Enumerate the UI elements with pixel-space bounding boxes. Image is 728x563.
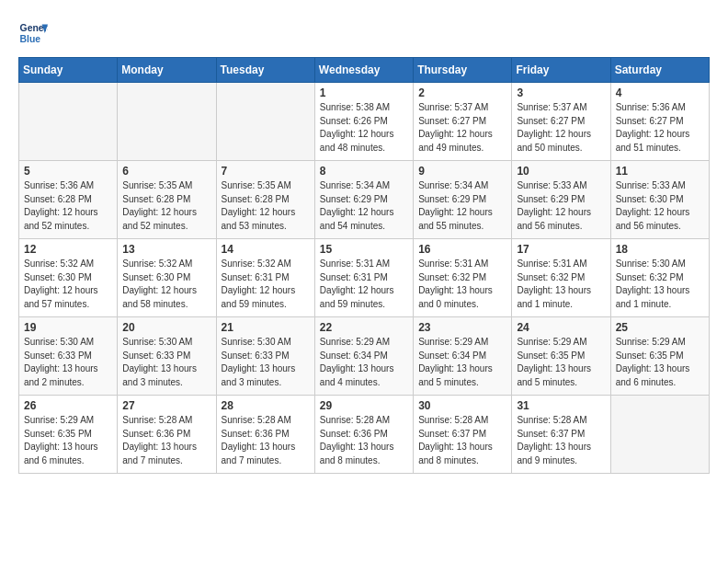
weekday-header-thursday: Thursday (414, 58, 512, 83)
logo-icon: General Blue (18, 18, 48, 48)
calendar-cell: 19 Sunrise: 5:30 AMSunset: 6:33 PMDaylig… (19, 317, 118, 396)
calendar-cell (610, 396, 709, 474)
calendar-cell: 25 Sunrise: 5:29 AMSunset: 6:35 PMDaylig… (610, 317, 709, 396)
day-number: 29 (320, 399, 408, 412)
day-number: 27 (122, 399, 210, 412)
calendar-week-4: 19 Sunrise: 5:30 AMSunset: 6:33 PMDaylig… (19, 317, 710, 396)
weekday-header-saturday: Saturday (610, 58, 709, 83)
day-number: 2 (418, 86, 506, 99)
calendar-cell: 24 Sunrise: 5:29 AMSunset: 6:35 PMDaylig… (512, 317, 610, 396)
calendar-cell: 15 Sunrise: 5:31 AMSunset: 6:31 PMDaylig… (314, 239, 413, 317)
day-info: Sunrise: 5:35 AMSunset: 6:28 PMDaylight:… (222, 179, 310, 233)
day-number: 6 (122, 165, 210, 178)
day-info: Sunrise: 5:28 AMSunset: 6:36 PMDaylight:… (222, 414, 310, 467)
calendar-cell: 3 Sunrise: 5:37 AMSunset: 6:27 PMDayligh… (512, 83, 610, 161)
weekday-header-wednesday: Wednesday (314, 58, 413, 83)
calendar-cell: 11 Sunrise: 5:33 AMSunset: 6:30 PMDaylig… (610, 161, 709, 239)
day-number: 16 (418, 243, 506, 256)
day-info: Sunrise: 5:37 AMSunset: 6:27 PMDaylight:… (517, 101, 605, 155)
day-info: Sunrise: 5:35 AMSunset: 6:28 PMDaylight:… (122, 179, 210, 233)
day-info: Sunrise: 5:34 AMSunset: 6:29 PMDaylight:… (320, 179, 408, 233)
day-info: Sunrise: 5:30 AMSunset: 6:33 PMDaylight:… (24, 336, 112, 389)
day-info: Sunrise: 5:30 AMSunset: 6:33 PMDaylight:… (222, 336, 310, 389)
day-number: 28 (222, 399, 310, 412)
calendar-cell (19, 83, 118, 161)
day-info: Sunrise: 5:30 AMSunset: 6:32 PMDaylight:… (616, 258, 704, 311)
calendar-cell: 28 Sunrise: 5:28 AMSunset: 6:36 PMDaylig… (216, 396, 314, 474)
day-info: Sunrise: 5:36 AMSunset: 6:27 PMDaylight:… (616, 101, 704, 155)
day-number: 22 (320, 321, 408, 334)
calendar-cell: 2 Sunrise: 5:37 AMSunset: 6:27 PMDayligh… (414, 83, 512, 161)
day-info: Sunrise: 5:28 AMSunset: 6:36 PMDaylight:… (122, 414, 210, 467)
calendar-week-2: 5 Sunrise: 5:36 AMSunset: 6:28 PMDayligh… (19, 161, 710, 239)
calendar-cell (118, 83, 216, 161)
day-number: 31 (517, 399, 605, 412)
calendar-cell: 22 Sunrise: 5:29 AMSunset: 6:34 PMDaylig… (314, 317, 413, 396)
calendar-cell: 18 Sunrise: 5:30 AMSunset: 6:32 PMDaylig… (610, 239, 709, 317)
calendar-cell: 9 Sunrise: 5:34 AMSunset: 6:29 PMDayligh… (414, 161, 512, 239)
day-info: Sunrise: 5:29 AMSunset: 6:35 PMDaylight:… (517, 336, 605, 389)
day-info: Sunrise: 5:33 AMSunset: 6:29 PMDaylight:… (517, 179, 605, 233)
day-number: 1 (320, 86, 408, 99)
weekday-header-friday: Friday (512, 58, 610, 83)
day-number: 7 (222, 165, 310, 178)
calendar-cell: 29 Sunrise: 5:28 AMSunset: 6:36 PMDaylig… (314, 396, 413, 474)
calendar-cell: 30 Sunrise: 5:28 AMSunset: 6:37 PMDaylig… (414, 396, 512, 474)
day-info: Sunrise: 5:28 AMSunset: 6:37 PMDaylight:… (418, 414, 506, 467)
calendar-cell: 21 Sunrise: 5:30 AMSunset: 6:33 PMDaylig… (216, 317, 314, 396)
calendar-cell: 23 Sunrise: 5:29 AMSunset: 6:34 PMDaylig… (414, 317, 512, 396)
weekday-header-tuesday: Tuesday (216, 58, 314, 83)
day-number: 3 (517, 86, 605, 99)
day-number: 20 (122, 321, 210, 334)
day-info: Sunrise: 5:28 AMSunset: 6:37 PMDaylight:… (517, 414, 605, 467)
calendar-cell: 17 Sunrise: 5:31 AMSunset: 6:32 PMDaylig… (512, 239, 610, 317)
svg-text:Blue: Blue (20, 34, 41, 44)
day-number: 4 (616, 86, 704, 99)
day-number: 9 (418, 165, 506, 178)
day-number: 21 (222, 321, 310, 334)
calendar-table: SundayMondayTuesdayWednesdayThursdayFrid… (18, 57, 710, 474)
calendar-week-3: 12 Sunrise: 5:32 AMSunset: 6:30 PMDaylig… (19, 239, 710, 317)
day-number: 10 (517, 165, 605, 178)
day-number: 23 (418, 321, 506, 334)
day-number: 11 (616, 165, 704, 178)
calendar-cell: 16 Sunrise: 5:31 AMSunset: 6:32 PMDaylig… (414, 239, 512, 317)
calendar-cell: 8 Sunrise: 5:34 AMSunset: 6:29 PMDayligh… (314, 161, 413, 239)
day-info: Sunrise: 5:31 AMSunset: 6:31 PMDaylight:… (320, 258, 408, 311)
day-number: 24 (517, 321, 605, 334)
day-info: Sunrise: 5:29 AMSunset: 6:34 PMDaylight:… (418, 336, 506, 389)
day-number: 8 (320, 165, 408, 178)
calendar-cell: 13 Sunrise: 5:32 AMSunset: 6:30 PMDaylig… (118, 239, 216, 317)
day-number: 30 (418, 399, 506, 412)
day-number: 15 (320, 243, 408, 256)
day-info: Sunrise: 5:32 AMSunset: 6:31 PMDaylight:… (222, 258, 310, 311)
day-info: Sunrise: 5:38 AMSunset: 6:26 PMDaylight:… (320, 101, 408, 155)
day-number: 19 (24, 321, 112, 334)
page-header: General Blue (18, 18, 710, 48)
calendar-cell: 27 Sunrise: 5:28 AMSunset: 6:36 PMDaylig… (118, 396, 216, 474)
day-info: Sunrise: 5:31 AMSunset: 6:32 PMDaylight:… (418, 258, 506, 311)
day-info: Sunrise: 5:29 AMSunset: 6:35 PMDaylight:… (616, 336, 704, 389)
day-number: 18 (616, 243, 704, 256)
calendar-cell: 5 Sunrise: 5:36 AMSunset: 6:28 PMDayligh… (19, 161, 118, 239)
weekday-header-sunday: Sunday (19, 58, 118, 83)
day-info: Sunrise: 5:29 AMSunset: 6:34 PMDaylight:… (320, 336, 408, 389)
day-number: 17 (517, 243, 605, 256)
calendar-week-1: 1 Sunrise: 5:38 AMSunset: 6:26 PMDayligh… (19, 83, 710, 161)
calendar-cell: 26 Sunrise: 5:29 AMSunset: 6:35 PMDaylig… (19, 396, 118, 474)
calendar-cell: 6 Sunrise: 5:35 AMSunset: 6:28 PMDayligh… (118, 161, 216, 239)
day-number: 25 (616, 321, 704, 334)
day-number: 12 (24, 243, 112, 256)
calendar-cell: 12 Sunrise: 5:32 AMSunset: 6:30 PMDaylig… (19, 239, 118, 317)
calendar-cell: 10 Sunrise: 5:33 AMSunset: 6:29 PMDaylig… (512, 161, 610, 239)
day-info: Sunrise: 5:33 AMSunset: 6:30 PMDaylight:… (616, 179, 704, 233)
day-info: Sunrise: 5:32 AMSunset: 6:30 PMDaylight:… (122, 258, 210, 311)
calendar-cell: 31 Sunrise: 5:28 AMSunset: 6:37 PMDaylig… (512, 396, 610, 474)
day-number: 5 (24, 165, 112, 178)
weekday-header-monday: Monday (118, 58, 216, 83)
day-info: Sunrise: 5:29 AMSunset: 6:35 PMDaylight:… (24, 414, 112, 467)
day-number: 13 (122, 243, 210, 256)
calendar-cell: 20 Sunrise: 5:30 AMSunset: 6:33 PMDaylig… (118, 317, 216, 396)
day-info: Sunrise: 5:31 AMSunset: 6:32 PMDaylight:… (517, 258, 605, 311)
calendar-cell (216, 83, 314, 161)
